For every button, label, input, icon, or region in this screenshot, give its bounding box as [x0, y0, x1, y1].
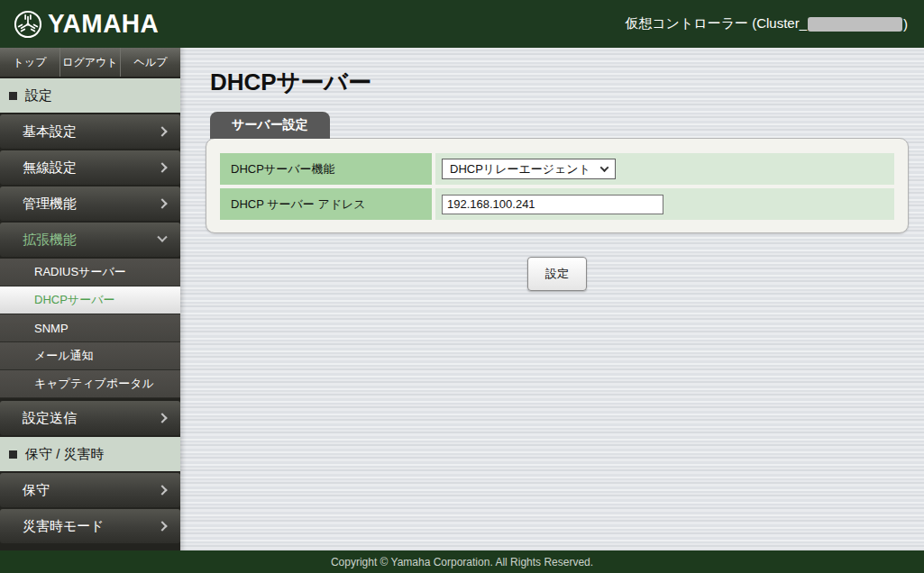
dhcp-function-select[interactable]: DHCPリレーエージェント [442, 159, 616, 179]
page-title: DHCPサーバー [180, 48, 924, 98]
section-label: 保守 / 災害時 [25, 446, 105, 463]
sidebar-item-extended-functions[interactable]: 拡張機能 [0, 223, 180, 257]
section-label: 設定 [25, 87, 52, 105]
dhcp-function-selected-option: DHCPリレーエージェント [450, 161, 590, 177]
dhcp-server-address-value-cell [435, 188, 894, 220]
nav-label: メール通知 [34, 348, 94, 364]
nav-label: キャプティブポータル [34, 376, 154, 392]
dhcp-server-address-label: DHCP サーバー アドレス [220, 188, 432, 220]
controller-label-close: ) [903, 16, 908, 32]
nav-label: 設定送信 [23, 410, 77, 427]
chevron-down-icon [600, 163, 609, 172]
copyright-text: Copyright © Yamaha Corporation. All Righ… [331, 556, 593, 568]
sidebar-item-management[interactable]: 管理機能 [0, 186, 180, 221]
yamaha-tuning-fork-icon [13, 9, 43, 40]
sidebar-item-config-send[interactable]: 設定送信 [0, 401, 180, 435]
chevron-right-icon [157, 521, 167, 531]
sidebar-subitem-radius-server[interactable]: RADIUSサーバー [0, 259, 180, 286]
nav-label: 基本設定 [23, 123, 77, 141]
tab-top[interactable]: トップ [0, 48, 60, 77]
sidebar-subitem-captive-portal[interactable]: キャプティブポータル [0, 370, 180, 398]
controller-status: 仮想コントローラー (Cluster_ ) [625, 15, 908, 32]
tab-logout[interactable]: ログアウト [60, 48, 121, 77]
sidebar-subitem-dhcp-server[interactable]: DHCPサーバー [0, 286, 180, 314]
yamaha-logo: YAMAHA [13, 9, 159, 40]
chevron-right-icon [157, 485, 167, 495]
square-bullet-icon [9, 92, 17, 100]
nav-label: 管理機能 [23, 196, 77, 213]
nav-label: 無線設定 [23, 159, 77, 177]
chevron-right-icon [157, 198, 167, 208]
sidebar-item-disaster-mode[interactable]: 災害時モード [0, 509, 180, 543]
square-bullet-icon [9, 450, 17, 459]
sidebar-item-wireless-settings[interactable]: 無線設定 [0, 150, 180, 185]
controller-label: 仮想コントローラー (Cluster_ [625, 15, 807, 32]
form-row-dhcp-server-address: DHCP サーバー アドレス [220, 188, 894, 220]
sidebar-nav: トップ ログアウト ヘルプ 設定 基本設定 無線設定 管理機能 拡張機能 RAD… [0, 48, 180, 550]
tab-server-settings[interactable]: サーバー設定 [210, 112, 330, 139]
section-header-settings: 設定 [0, 78, 180, 113]
main-content: DHCPサーバー サーバー設定 DHCPサーバー機能 DHCPリレーエージェント… [180, 48, 924, 550]
section-header-maintenance: 保守 / 災害時 [0, 437, 180, 471]
apply-settings-button[interactable]: 設定 [527, 257, 587, 291]
nav-label: RADIUSサーバー [34, 264, 126, 280]
server-settings-panel: DHCPサーバー機能 DHCPリレーエージェント DHCP サーバー アドレス [206, 138, 909, 233]
sidebar-top-tabs: トップ ログアウト ヘルプ [0, 48, 180, 77]
sidebar-subitem-snmp[interactable]: SNMP [0, 314, 180, 342]
dhcp-function-value-cell: DHCPリレーエージェント [435, 153, 894, 185]
submit-row: 設定 [206, 257, 909, 291]
nav-label: 拡張機能 [23, 232, 77, 249]
brand-wordmark: YAMAHA [48, 9, 159, 40]
tab-help[interactable]: ヘルプ [121, 48, 180, 77]
nav-label: 災害時モード [23, 518, 105, 535]
form-row-dhcp-function: DHCPサーバー機能 DHCPリレーエージェント [220, 153, 894, 185]
nav-label: 保守 [23, 482, 50, 499]
app-header: YAMAHA 仮想コントローラー (Cluster_ ) [0, 0, 924, 48]
chevron-down-icon [157, 232, 167, 242]
nav-label: SNMP [34, 322, 69, 335]
sidebar-item-maintenance[interactable]: 保守 [0, 473, 180, 507]
chevron-right-icon [157, 126, 167, 136]
chevron-right-icon [157, 413, 167, 423]
nav-label: DHCPサーバー [34, 292, 114, 308]
redacted-cluster-name [808, 17, 902, 32]
dhcp-server-address-input[interactable] [442, 195, 663, 214]
footer: Copyright © Yamaha Corporation. All Righ… [0, 550, 924, 573]
dhcp-function-label: DHCPサーバー機能 [220, 153, 432, 185]
sidebar-subitem-mail-notification[interactable]: メール通知 [0, 342, 180, 370]
sidebar-item-basic-settings[interactable]: 基本設定 [0, 114, 180, 149]
chevron-right-icon [157, 162, 167, 172]
